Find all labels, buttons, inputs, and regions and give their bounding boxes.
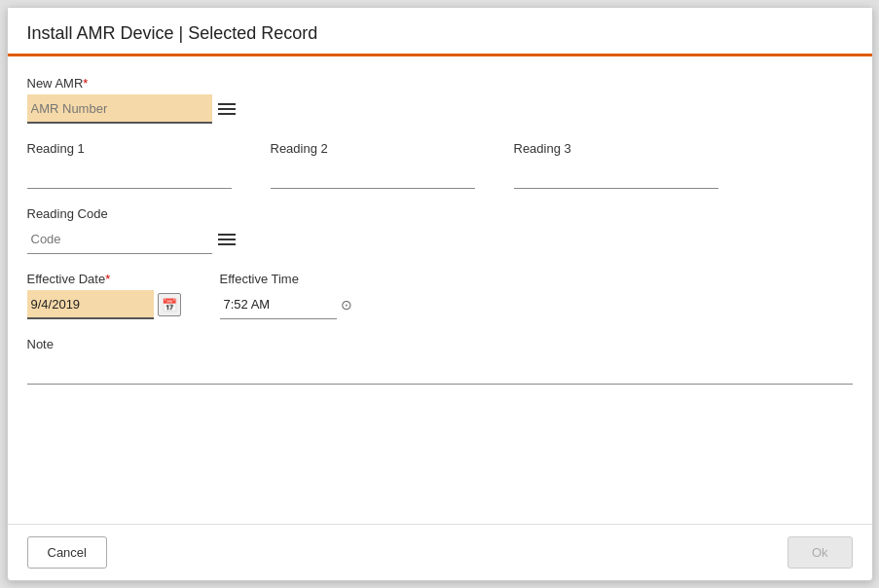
reading2-input[interactable] bbox=[271, 160, 475, 189]
effective-time-input[interactable] bbox=[220, 290, 337, 319]
reading3-field: Reading 3 bbox=[514, 141, 718, 189]
time-input-wrapper: ⊙ bbox=[220, 290, 352, 319]
reading2-label: Reading 2 bbox=[271, 141, 475, 156]
reading3-input[interactable] bbox=[514, 160, 718, 189]
ok-button[interactable]: Ok bbox=[787, 536, 853, 569]
reading3-label: Reading 3 bbox=[514, 141, 718, 156]
amr-number-input[interactable] bbox=[27, 94, 212, 124]
effective-date-field: Effective Date* 📅 bbox=[27, 272, 181, 319]
clock-icon[interactable]: ⊙ bbox=[341, 297, 352, 312]
dialog-header: Install AMR Device | Selected Record bbox=[8, 8, 872, 56]
reading-code-wrapper bbox=[27, 225, 241, 254]
reading-code-input[interactable] bbox=[27, 225, 212, 254]
dialog-title: Install AMR Device | Selected Record bbox=[27, 23, 318, 43]
calendar-icon[interactable]: 📅 bbox=[158, 293, 181, 316]
install-amr-dialog: Install AMR Device | Selected Record New… bbox=[7, 7, 873, 581]
reading1-field: Reading 1 bbox=[27, 141, 232, 189]
reading-code-label: Reading Code bbox=[27, 206, 853, 221]
date-time-row: Effective Date* 📅 Effective Time ⊙ bbox=[27, 272, 853, 319]
reading1-input[interactable] bbox=[27, 160, 232, 189]
note-label: Note bbox=[27, 337, 853, 351]
new-amr-section: New AMR* bbox=[27, 76, 853, 124]
dialog-footer: Cancel Ok bbox=[8, 524, 872, 580]
readings-row: Reading 1 Reading 2 Reading 3 bbox=[27, 141, 853, 189]
effective-date-input[interactable] bbox=[27, 290, 154, 319]
new-amr-label: New AMR* bbox=[27, 76, 853, 91]
reading-code-menu-icon[interactable] bbox=[216, 232, 238, 247]
effective-date-label: Effective Date* bbox=[27, 272, 181, 286]
amr-input-wrapper bbox=[27, 94, 241, 124]
effective-time-field: Effective Time ⊙ bbox=[220, 272, 352, 319]
reading-code-section: Reading Code bbox=[27, 206, 853, 254]
note-input[interactable] bbox=[27, 355, 853, 385]
effective-time-label: Effective Time bbox=[220, 272, 352, 286]
amr-menu-icon[interactable] bbox=[216, 101, 238, 117]
note-section: Note bbox=[27, 337, 853, 385]
cancel-button[interactable]: Cancel bbox=[27, 536, 107, 569]
date-input-wrapper: 📅 bbox=[27, 290, 181, 319]
reading2-field: Reading 2 bbox=[271, 141, 475, 189]
dialog-body: New AMR* Reading 1 Reading 2 bbox=[8, 56, 872, 524]
reading1-label: Reading 1 bbox=[27, 141, 232, 156]
